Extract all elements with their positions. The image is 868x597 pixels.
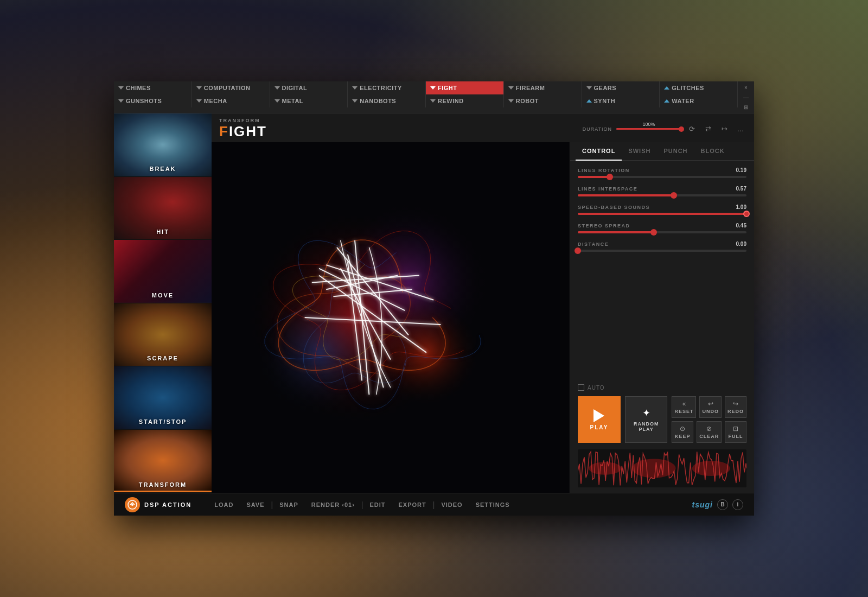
- waveform-svg: [578, 449, 746, 487]
- ctrl-tab-block[interactable]: BLOCK: [694, 142, 731, 161]
- menu-item-video[interactable]: VIDEO: [435, 501, 469, 508]
- next-icon[interactable]: ↦: [718, 123, 730, 135]
- slider-thumb-1[interactable]: [671, 192, 677, 199]
- action-btn-undo[interactable]: ↩UNDO: [699, 396, 722, 418]
- action-icon-reset: «: [682, 400, 686, 408]
- duration-track[interactable]: [616, 128, 681, 130]
- category-firearm[interactable]: Firearm: [504, 81, 582, 94]
- menu-item-export[interactable]: EXPORT: [392, 501, 433, 508]
- cat-arrow-metal: [275, 99, 280, 103]
- category-glitches[interactable]: Glitches: [660, 81, 738, 94]
- more-icon[interactable]: …: [735, 123, 746, 135]
- fight-title-rest: IGHT: [229, 123, 267, 140]
- random-play-button[interactable]: ✦ RANDOMPLAY: [625, 396, 668, 443]
- shuffle-icon[interactable]: ⇄: [702, 123, 714, 135]
- cat-arrow-computation: [196, 86, 202, 90]
- cat-label-fight: Fight: [438, 85, 457, 91]
- play-section: PLAY ✦ RANDOMPLAY «RESET↩UNDO↪REDO ⊙KEEP…: [570, 392, 754, 447]
- auto-label: AUTO: [588, 385, 605, 391]
- category-rewind[interactable]: Rewind: [426, 94, 504, 107]
- sidebar-item-startstop[interactable]: START/STOP: [114, 366, 212, 430]
- cat-label-gears: Gears: [594, 85, 617, 91]
- cat-label-digital: Digital: [282, 85, 308, 91]
- category-digital[interactable]: Digital: [270, 81, 348, 94]
- slider-track-0[interactable]: [578, 176, 746, 178]
- ctrl-tab-punch[interactable]: PUNCH: [657, 142, 694, 161]
- play-icon: [593, 409, 604, 422]
- duration-thumb[interactable]: [679, 126, 684, 132]
- duration-percent: 100%: [642, 122, 655, 127]
- action-label-redo: REDO: [727, 409, 744, 414]
- sidebar-item-scrape[interactable]: SCRAPE: [114, 303, 212, 367]
- cat-arrow-mecha: [196, 99, 202, 103]
- cat-label-water: Water: [672, 98, 694, 104]
- sidebar-item-hit[interactable]: HIT: [114, 177, 212, 240]
- slider-value-1: 0.57: [736, 186, 746, 192]
- play-button[interactable]: PLAY: [578, 396, 621, 443]
- menu-item-render-‹01›[interactable]: RENDER ‹01›: [305, 501, 361, 508]
- loop-icon[interactable]: ⟳: [686, 123, 698, 135]
- cat-label-gunshots: Gunshots: [126, 98, 162, 104]
- category-gunshots[interactable]: Gunshots: [114, 94, 192, 107]
- category-electricity[interactable]: Electricity: [348, 81, 426, 94]
- auto-checkbox[interactable]: [578, 384, 584, 391]
- sliders-area: LINES ROTATION0.19LINES INTERSPACE0.57SP…: [570, 161, 754, 381]
- waveform-area: [578, 449, 746, 487]
- duration-row: DURATION 100% ⟳ ⇄ ↦ …: [583, 123, 746, 135]
- duration-fill: [616, 128, 681, 130]
- menu-item-save[interactable]: SAVE: [240, 501, 271, 508]
- slider-track-4[interactable]: [578, 250, 746, 252]
- ctrl-tab-swish[interactable]: SWISH: [622, 142, 657, 161]
- action-btn-redo[interactable]: ↪REDO: [725, 396, 746, 418]
- slider-track-2[interactable]: [578, 213, 746, 215]
- slider-thumb-3[interactable]: [650, 229, 657, 236]
- category-metal[interactable]: Metal: [270, 94, 348, 107]
- play-label: PLAY: [590, 424, 609, 430]
- menu-item-settings[interactable]: SETTINGS: [469, 501, 516, 508]
- cat-label-nanobots: Nanobots: [360, 98, 396, 104]
- sidebar-item-move[interactable]: MOVE: [114, 240, 212, 303]
- slider-thumb-4[interactable]: [575, 247, 581, 254]
- slider-track-3[interactable]: [578, 231, 746, 233]
- action-btn-clear[interactable]: ⊘CLEAR: [697, 421, 722, 443]
- slider-track-1[interactable]: [578, 194, 746, 196]
- slider-thumb-0[interactable]: [607, 174, 613, 180]
- pin-button[interactable]: ⊞: [742, 103, 750, 111]
- logo-icon: [125, 497, 140, 512]
- duration-slider-wrap: 100%: [616, 128, 681, 130]
- minimize-button[interactable]: —: [742, 93, 750, 101]
- category-fight[interactable]: Fight: [426, 81, 504, 94]
- menu-item-load[interactable]: LOAD: [208, 501, 240, 508]
- close-button[interactable]: ×: [742, 84, 750, 91]
- menu-item-edit[interactable]: EDIT: [363, 501, 392, 508]
- sidebar-item-break[interactable]: BREAK: [114, 113, 212, 177]
- slider-row-distance: DISTANCE0.00: [578, 241, 746, 252]
- category-gears[interactable]: Gears: [582, 81, 660, 94]
- action-label-full: FULL: [729, 434, 743, 439]
- category-synth[interactable]: Synth: [582, 94, 660, 107]
- info-badge[interactable]: i: [732, 499, 743, 510]
- action-label-reset: RESET: [674, 409, 693, 414]
- action-icon-clear: ⊘: [706, 425, 712, 433]
- category-chimes[interactable]: Chimes: [114, 81, 192, 94]
- random-play-label: RANDOMPLAY: [634, 421, 659, 432]
- sidebar-item-transform[interactable]: TRANSFORM: [114, 430, 212, 493]
- category-mecha[interactable]: Mecha: [192, 94, 270, 107]
- action-btn-reset[interactable]: «RESET: [672, 396, 696, 418]
- category-nanobots[interactable]: Nanobots: [348, 94, 426, 107]
- action-btn-full[interactable]: ⊡FULL: [725, 421, 746, 443]
- menu-item-snap[interactable]: SNAP: [273, 501, 305, 508]
- slider-thumb-2[interactable]: [743, 211, 750, 217]
- slider-value-2: 1.00: [736, 204, 746, 210]
- category-computation[interactable]: Computation: [192, 81, 270, 94]
- cat-arrow-water: [664, 99, 669, 103]
- category-robot[interactable]: Robot: [504, 94, 582, 107]
- cat-arrow-fight: [430, 86, 436, 90]
- category-water[interactable]: Water: [660, 94, 738, 107]
- sidebar-label-break: BREAK: [149, 166, 176, 172]
- ctrl-tab-control[interactable]: CONTROL: [576, 142, 622, 161]
- beta-badge[interactable]: B: [717, 499, 728, 510]
- center-right: TRANSFORM F IGHT DURATION 100%: [212, 113, 754, 493]
- cat-label-robot: Robot: [516, 98, 539, 104]
- action-btn-keep[interactable]: ⊙KEEP: [672, 421, 693, 443]
